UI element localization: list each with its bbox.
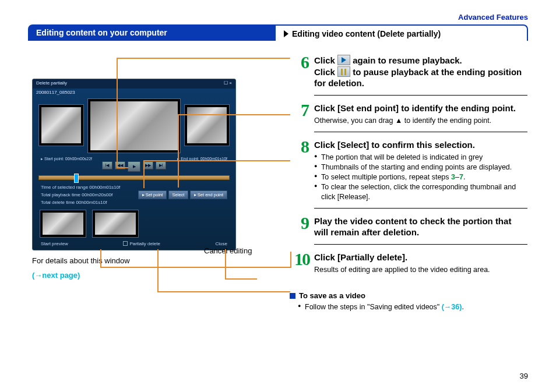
set-end-point-button[interactable]: ▸ Set end point <box>190 190 227 199</box>
start-point-text: Start point: 00h00m00s22f <box>44 157 92 161</box>
step-divider <box>314 95 527 96</box>
thumb-image <box>90 101 178 150</box>
pause-icon <box>337 66 350 77</box>
bullet: The portion that will be deleted is indi… <box>314 153 527 163</box>
start-point-label: ▸ Start point: 00h00m00s22f <box>41 157 92 161</box>
footer-bullets: Follow the steps in "Saving edited video… <box>298 302 527 312</box>
total-playback-line: Total playback time 00h00m20s00f ▸ Set p… <box>33 191 235 199</box>
bullet: Follow the steps in "Saving edited video… <box>298 302 527 312</box>
right-column: 6 Click again to resume playback. Click … <box>288 54 527 312</box>
thumb-image <box>187 107 227 143</box>
window-title: Delete partially <box>36 80 67 87</box>
title-left: Editing content on your computer <box>28 24 276 41</box>
play-icon <box>337 55 350 65</box>
time-selected-text: Time of selected range 00h00m01s10f <box>41 185 120 190</box>
step-number: 7 <box>288 101 309 126</box>
footer-note: To save as a video Follow the steps in "… <box>290 291 527 312</box>
square-icon <box>290 293 295 299</box>
preview-main[interactable] <box>87 98 181 153</box>
bullet: To select multiple portions, repeat step… <box>314 172 527 182</box>
result-thumb[interactable] <box>40 210 86 238</box>
text-frag: Click <box>314 55 337 65</box>
title-bar: Editing content on your computer Editing… <box>28 24 528 41</box>
app-titlebar: Delete partially ☐ × <box>33 79 235 89</box>
connector-line <box>143 160 145 188</box>
step-ref: 7 <box>459 173 463 181</box>
step-number: 8 <box>288 138 309 202</box>
footer-heading: To save as a video <box>290 291 527 300</box>
timeline-bar[interactable] <box>38 175 230 180</box>
select-button[interactable]: Select <box>168 190 189 199</box>
connector-line <box>143 160 290 161</box>
title-right-text: Editing video content (Delete partially) <box>292 29 441 38</box>
page-ref-link[interactable]: (→36) <box>442 303 462 311</box>
connector-line <box>117 58 118 167</box>
step-divider <box>314 244 527 245</box>
step-subtext: Otherwise, you can drag ▲ to identify th… <box>314 116 527 126</box>
connector-line <box>290 252 291 268</box>
text-frag: To select multiple portions, repeat step… <box>321 173 451 181</box>
app-window: Delete partially ☐ × 20080117_085023 ▸ S… <box>32 79 236 250</box>
date-label: 20080117_085023 <box>33 89 235 96</box>
section-header: Advanced Features <box>458 13 528 22</box>
step-title: Click [Select] to confirm this selection… <box>314 139 527 151</box>
text-frag: . <box>463 173 465 181</box>
thumb-image <box>43 213 83 235</box>
play-button[interactable]: ▶ <box>128 161 140 172</box>
preview-row <box>33 96 235 156</box>
step-divider <box>314 208 527 209</box>
text-frag: Follow the steps in "Saving edited video… <box>305 303 442 311</box>
step-title: Play the video content to check the port… <box>314 216 527 238</box>
triangle-icon <box>284 30 288 37</box>
bottom-thumbs <box>33 206 235 241</box>
title-right: Editing video content (Delete partially) <box>276 24 528 41</box>
bullet: To clear the selection, click the corres… <box>314 182 527 202</box>
connector-line <box>225 278 257 280</box>
connector-line <box>178 114 290 115</box>
step-9: 9 Play the video content to check the po… <box>288 214 527 238</box>
start-preview-button[interactable]: Start preview <box>41 241 68 246</box>
link-text: (→next page) <box>32 271 80 280</box>
text-frag: – <box>455 173 459 181</box>
step-8: 8 Click [Select] to confirm this selecti… <box>288 138 527 202</box>
total-delete-line: Total delete time 00h00m01s10f <box>33 199 235 206</box>
text-frag: . <box>462 303 463 311</box>
skip-back-button[interactable]: I◀ <box>102 161 112 169</box>
step-number: 9 <box>288 214 309 238</box>
step-subtext: Results of editing are applied to the vi… <box>314 265 527 275</box>
partially-delete-button[interactable]: Partially delete <box>123 241 160 246</box>
step-title: Click again to resume playback. Click to… <box>314 55 527 89</box>
step-6: 6 Click again to resume playback. Click … <box>288 54 527 89</box>
thumb-image <box>95 213 136 235</box>
next-page-link[interactable]: (→next page) <box>32 271 242 280</box>
caption-text: For details about this window <box>32 256 242 265</box>
connector-line <box>225 249 226 278</box>
connector-line <box>157 291 290 292</box>
set-point-button[interactable]: ▸ Set point <box>138 190 167 199</box>
connector-line <box>157 249 159 291</box>
window-controls[interactable]: ☐ × <box>224 80 232 87</box>
total-playback-text: Total playback time 00h00m20s00f <box>41 192 112 197</box>
step-7: 7 Click [Set end point] to identify the … <box>288 101 527 126</box>
thumb-image <box>41 107 81 143</box>
page-number: 39 <box>520 372 528 380</box>
connector-line <box>117 167 128 168</box>
partially-delete-label: Partially delete <box>129 241 160 246</box>
timeline-area <box>38 175 230 180</box>
skip-forward-button[interactable]: ▶I <box>156 161 166 169</box>
timeline-thumb-icon[interactable] <box>74 174 79 183</box>
checkbox-icon <box>123 241 128 246</box>
bottom-bar: Start preview Partially delete Close <box>33 241 235 246</box>
preview-start-thumb[interactable] <box>38 104 84 146</box>
step-divider <box>314 132 527 132</box>
bullet: Thumbnails of the starting and ending po… <box>314 163 527 172</box>
close-button[interactable]: Close <box>216 241 227 246</box>
step-title: Click [Set end point] to identify the en… <box>314 103 527 114</box>
preview-end-thumb[interactable] <box>184 104 230 146</box>
step-10: 10 Click [Partially delete]. Results of … <box>288 250 527 275</box>
connector-line <box>178 114 179 188</box>
step-number: 6 <box>288 54 309 89</box>
step-title: Click [Partially delete]. <box>314 252 527 263</box>
step-number: 10 <box>288 250 309 275</box>
result-thumb[interactable] <box>92 210 139 238</box>
